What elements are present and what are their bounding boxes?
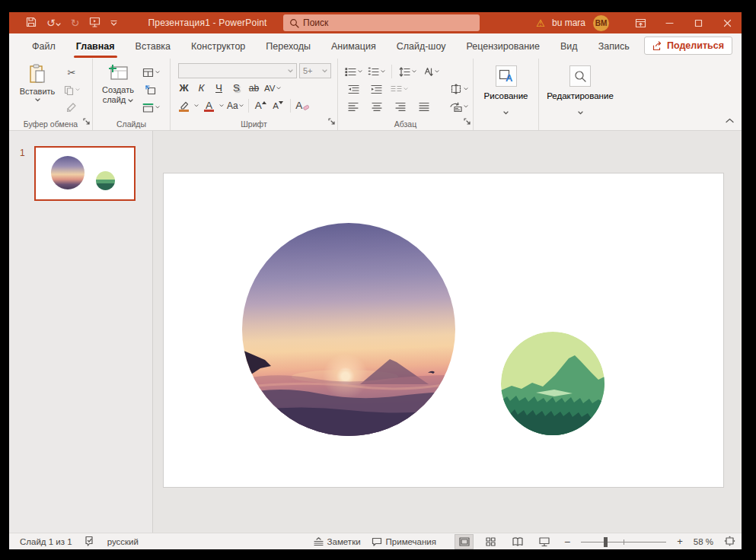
notes-button[interactable]: Заметки <box>314 537 361 546</box>
grow-font-button[interactable]: А <box>254 98 268 113</box>
font-name-combo[interactable] <box>178 63 297 78</box>
chevron-down-icon <box>503 111 509 115</box>
slideshow-view-button[interactable] <box>534 534 553 549</box>
tab-record[interactable]: Запись <box>598 41 630 52</box>
drawing-icon: A <box>499 69 514 83</box>
slideshow-icon <box>89 17 100 27</box>
strikethrough-button[interactable]: ab <box>247 81 261 95</box>
text-highlight-button[interactable] <box>177 98 191 113</box>
slide-canvas[interactable] <box>163 173 724 488</box>
columns-button[interactable] <box>390 81 408 97</box>
align-right-button[interactable] <box>391 99 410 114</box>
language-indicator[interactable]: русский <box>107 537 139 546</box>
ribbon-display-options-button[interactable] <box>626 12 655 33</box>
tab-home[interactable]: Главная <box>76 41 115 52</box>
numbering-button[interactable] <box>367 64 385 79</box>
format-painter-button[interactable] <box>62 100 81 115</box>
font-color-button[interactable]: А <box>202 98 216 113</box>
tab-insert[interactable]: Вставка <box>136 41 171 52</box>
chevron-down-icon[interactable] <box>194 104 199 107</box>
change-case-button[interactable]: Aa <box>227 98 244 113</box>
notes-label: Заметки <box>327 537 361 546</box>
warning-icon[interactable]: ⚠ <box>536 18 545 29</box>
slide-layout-button[interactable] <box>142 65 160 80</box>
share-button[interactable]: Поделиться <box>644 37 732 55</box>
clipboard-dialog-launcher[interactable] <box>83 114 90 128</box>
paragraph-dialog-launcher[interactable] <box>464 114 471 128</box>
zoom-slider-thumb[interactable] <box>604 537 608 547</box>
convert-smartart-button[interactable] <box>450 99 468 114</box>
bullets-button[interactable] <box>344 64 362 79</box>
comments-button[interactable]: Примечания <box>372 537 436 546</box>
redo-icon: ↻ <box>71 17 80 29</box>
underline-button[interactable]: Ч <box>212 81 226 95</box>
redo-button[interactable]: ↻ <box>71 18 80 28</box>
bold-button[interactable]: Ж <box>177 81 191 95</box>
start-slideshow-button[interactable] <box>89 17 100 30</box>
search-box[interactable]: Поиск <box>283 14 480 31</box>
reset-slide-button[interactable] <box>142 82 160 97</box>
undo-button[interactable]: ↺ <box>46 18 61 28</box>
chevron-down-icon[interactable] <box>219 104 224 107</box>
divider <box>391 65 392 78</box>
decrease-indent-button[interactable] <box>344 81 362 97</box>
maximize-button[interactable] <box>684 12 713 33</box>
avatar[interactable]: ВМ <box>593 15 609 31</box>
minimize-button[interactable] <box>655 12 684 33</box>
clear-formatting-button[interactable]: А <box>295 98 310 113</box>
sunset-landscape-overlay <box>242 223 455 436</box>
drawing-button[interactable]: A Рисование <box>474 65 538 118</box>
chevron-down-icon <box>464 88 468 91</box>
align-text-button[interactable] <box>421 64 439 79</box>
ribbon-tabs: Файл Главная Вставка Конструктор Переход… <box>9 33 742 59</box>
slide-thumbnail[interactable] <box>34 146 136 201</box>
save-button[interactable] <box>26 17 37 30</box>
font-dialog-launcher[interactable] <box>328 114 335 128</box>
text-direction-button[interactable] <box>450 81 468 97</box>
character-spacing-button[interactable]: AV <box>264 81 281 95</box>
italic-button[interactable]: К <box>194 81 209 95</box>
customize-qat-button[interactable] <box>110 18 117 28</box>
tab-animations[interactable]: Анимация <box>331 41 376 52</box>
increase-indent-button[interactable] <box>367 81 385 97</box>
slide-counter: Слайд 1 из 1 <box>20 537 72 546</box>
tab-design[interactable]: Конструктор <box>191 41 245 52</box>
zoom-in-button[interactable]: + <box>677 536 683 547</box>
normal-view-button[interactable] <box>455 534 474 549</box>
editing-button[interactable]: Редактирование <box>539 65 621 118</box>
align-left-icon <box>348 102 359 112</box>
slide-sorter-view-button[interactable] <box>481 534 500 549</box>
tab-review[interactable]: Рецензирование <box>466 41 540 52</box>
zoom-level[interactable]: 58 % <box>694 537 713 546</box>
spellcheck-button[interactable] <box>85 536 95 548</box>
group-editing: Редактирование <box>539 59 621 130</box>
account-name[interactable]: bu mara <box>552 18 585 28</box>
align-left-button[interactable] <box>344 99 362 114</box>
collapse-ribbon-button[interactable] <box>726 113 734 126</box>
maximize-icon <box>694 19 703 27</box>
tab-transitions[interactable]: Переходы <box>266 41 311 52</box>
group-label-font: Шрифт <box>171 119 337 129</box>
line-spacing-button[interactable] <box>398 64 416 79</box>
tab-view[interactable]: Вид <box>560 41 578 52</box>
line-spacing-icon <box>399 67 410 77</box>
section-button[interactable] <box>142 100 160 115</box>
fit-to-window-button[interactable] <box>724 536 735 548</box>
text-shadow-button[interactable]: S <box>229 81 244 95</box>
sunset-circle-image[interactable] <box>242 223 455 436</box>
zoom-slider[interactable] <box>581 534 666 549</box>
tab-slideshow[interactable]: Слайд-шоу <box>397 41 446 52</box>
font-size-combo[interactable]: 5+ <box>299 63 331 78</box>
align-center-button[interactable] <box>368 99 386 114</box>
copy-button[interactable] <box>62 82 81 97</box>
reading-view-button[interactable] <box>508 534 527 549</box>
tab-file[interactable]: Файл <box>32 41 56 52</box>
font-size-value: 5+ <box>303 66 313 75</box>
ribbon: Вставить ✂ Буфер обмена Создать слайд <box>9 59 742 131</box>
zoom-out-button[interactable]: − <box>564 536 570 548</box>
forest-circle-image[interactable] <box>501 332 604 435</box>
shrink-font-button[interactable]: А <box>271 98 285 113</box>
justify-button[interactable] <box>415 99 433 114</box>
cut-button[interactable]: ✂ <box>62 65 81 80</box>
close-button[interactable] <box>713 12 742 33</box>
